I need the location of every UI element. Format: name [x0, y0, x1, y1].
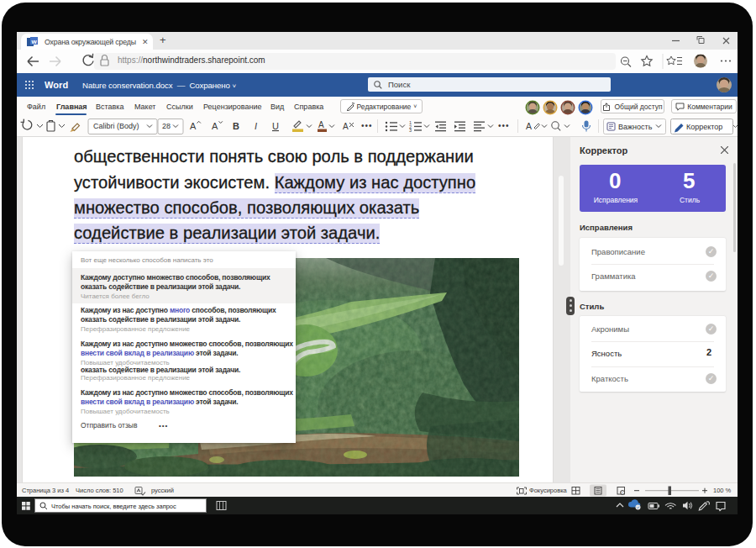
svg-text:Важность: Важность	[618, 123, 653, 131]
svg-text:I: I	[255, 121, 257, 131]
svg-text:Страница 3 из 4: Страница 3 из 4	[22, 487, 69, 494]
svg-text:•••: •••	[361, 121, 373, 130]
svg-text:3: 3	[409, 128, 412, 133]
svg-text:A: A	[343, 122, 349, 131]
svg-text:Число слов: 510: Число слов: 510	[76, 487, 123, 494]
svg-text:i: i	[622, 491, 622, 495]
svg-text:Фокусировка: Фокусировка	[529, 487, 568, 494]
svg-text:w: w	[31, 38, 38, 45]
svg-text:A: A	[318, 120, 324, 129]
svg-text:28: 28	[162, 122, 171, 130]
svg-text:•••: •••	[498, 121, 510, 130]
svg-text:A: A	[212, 121, 218, 131]
svg-text:A: A	[190, 121, 197, 131]
svg-text:A: A	[526, 121, 532, 131]
svg-text:русский: русский	[151, 487, 174, 494]
svg-text:U: U	[272, 121, 279, 131]
svg-text:Calibri (Body): Calibri (Body)	[93, 122, 139, 130]
svg-text:B: B	[233, 121, 239, 131]
svg-text:Корректор: Корректор	[686, 123, 722, 131]
svg-text:100 %: 100 %	[713, 487, 732, 494]
